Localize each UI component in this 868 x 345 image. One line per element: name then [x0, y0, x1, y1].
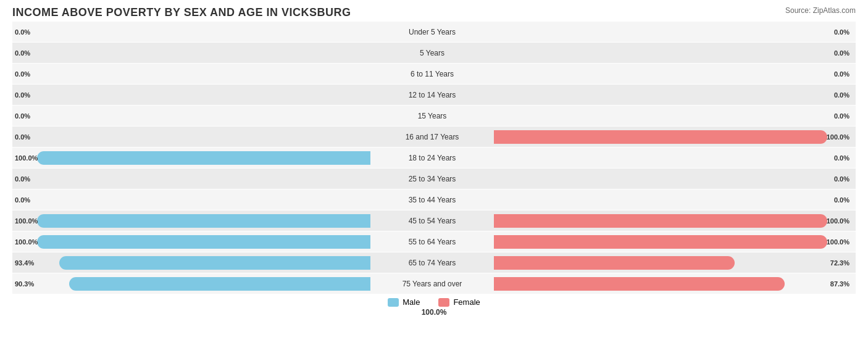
age-label: 5 Years [370, 49, 494, 57]
age-label: 45 to 54 Years [370, 217, 494, 225]
female-bar [494, 214, 827, 228]
right-section: 0.0% [494, 148, 852, 168]
bar-row: 0.0%Under 5 Years0.0% [12, 22, 856, 42]
left-section: 0.0% [12, 43, 370, 63]
bar-row: 0.0%25 to 34 Years0.0% [12, 168, 856, 189]
age-label: 12 to 14 Years [370, 91, 494, 99]
chart-title: INCOME ABOVE POVERTY BY SEX AND AGE IN V… [12, 6, 856, 19]
chart-container: INCOME ABOVE POVERTY BY SEX AND AGE IN V… [0, 0, 868, 345]
legend: Male Female [12, 297, 856, 307]
left-section: 0.0% [12, 106, 370, 126]
female-value-label: 72.3% [830, 259, 849, 267]
age-label: Under 5 Years [370, 28, 494, 36]
bar-row: 0.0%16 and 17 Years100.0% [12, 127, 856, 147]
left-section: 0.0% [12, 64, 370, 84]
left-section: 0.0% [12, 127, 370, 147]
male-value-label: 0.0% [15, 49, 30, 57]
female-value-label: 0.0% [834, 175, 849, 183]
male-value-label: 0.0% [15, 196, 30, 204]
male-value-label: 100.0% [15, 217, 38, 225]
bar-row: 93.4%65 to 74 Years72.3% [12, 252, 856, 273]
male-value-label: 0.0% [15, 91, 30, 99]
bar-row: 0.0%35 to 44 Years0.0% [12, 189, 856, 210]
male-value-label: 0.0% [15, 175, 30, 183]
left-section: 93.4% [12, 252, 370, 273]
legend-male: Male [388, 297, 420, 307]
male-bar [37, 151, 370, 165]
left-section: 0.0% [12, 168, 370, 189]
legend-female: Female [438, 297, 480, 307]
female-value-label: 100.0% [827, 217, 849, 225]
right-section: 0.0% [494, 106, 852, 126]
source-label: Source: ZipAtlas.com [785, 6, 856, 15]
female-value-label: 0.0% [834, 70, 849, 78]
left-section: 90.3% [12, 273, 370, 294]
right-section: 0.0% [494, 189, 852, 210]
right-section: 0.0% [494, 22, 852, 42]
age-label: 65 to 74 Years [370, 259, 494, 267]
bar-row: 0.0%6 to 11 Years0.0% [12, 64, 856, 84]
bottom-value: 100.0% [12, 308, 856, 317]
age-label: 18 to 24 Years [370, 154, 494, 162]
left-section: 0.0% [12, 22, 370, 42]
male-value-label: 93.4% [15, 259, 34, 267]
male-bar [69, 277, 370, 291]
left-section: 100.0% [12, 231, 370, 252]
right-section: 0.0% [494, 64, 852, 84]
age-label: 35 to 44 Years [370, 196, 494, 204]
male-bar [59, 256, 370, 270]
male-value-label: 0.0% [15, 133, 30, 141]
right-section: 87.3% [494, 273, 852, 294]
female-value-label: 0.0% [834, 28, 849, 36]
legend-female-label: Female [453, 297, 480, 307]
left-section: 100.0% [12, 210, 370, 231]
male-value-label: 0.0% [15, 112, 30, 120]
right-section: 100.0% [494, 231, 852, 252]
bar-row: 90.3%75 Years and over87.3% [12, 273, 856, 294]
age-label: 55 to 64 Years [370, 238, 494, 246]
legend-male-label: Male [403, 297, 420, 307]
female-value-label: 0.0% [834, 112, 849, 120]
left-section: 100.0% [12, 148, 370, 168]
female-value-label: 87.3% [830, 280, 849, 288]
male-value-label: 0.0% [15, 70, 30, 78]
female-value-label: 0.0% [834, 154, 849, 162]
female-bar [494, 235, 827, 249]
right-section: 0.0% [494, 85, 852, 105]
male-value-label: 0.0% [15, 28, 30, 36]
right-section: 72.3% [494, 252, 852, 273]
right-section: 100.0% [494, 127, 852, 147]
age-label: 15 Years [370, 112, 494, 120]
right-section: 0.0% [494, 43, 852, 63]
left-section: 0.0% [12, 85, 370, 105]
male-bar [37, 214, 370, 228]
male-bar [37, 235, 370, 249]
age-label: 6 to 11 Years [370, 70, 494, 78]
left-section: 0.0% [12, 189, 370, 210]
female-bar [494, 277, 785, 291]
legend-male-box [388, 298, 399, 307]
age-label: 75 Years and over [370, 280, 494, 288]
bar-row: 100.0%18 to 24 Years0.0% [12, 148, 856, 168]
female-value-label: 100.0% [827, 238, 849, 246]
bar-row: 0.0%12 to 14 Years0.0% [12, 85, 856, 105]
male-value-label: 100.0% [15, 238, 38, 246]
bars-area: 0.0%Under 5 Years0.0%0.0%5 Years0.0%0.0%… [12, 22, 856, 294]
right-section: 0.0% [494, 168, 852, 189]
male-value-label: 90.3% [15, 280, 34, 288]
legend-female-box [438, 298, 449, 307]
bar-row: 0.0%5 Years0.0% [12, 43, 856, 63]
bar-row: 0.0%15 Years0.0% [12, 106, 856, 126]
bar-row: 100.0%55 to 64 Years100.0% [12, 231, 856, 252]
female-bar [494, 130, 827, 144]
female-bar [494, 256, 735, 270]
age-label: 25 to 34 Years [370, 175, 494, 183]
bar-row: 100.0%45 to 54 Years100.0% [12, 210, 856, 231]
female-value-label: 0.0% [834, 196, 849, 204]
female-value-label: 0.0% [834, 49, 849, 57]
right-section: 100.0% [494, 210, 852, 231]
female-value-label: 100.0% [827, 133, 849, 141]
male-value-label: 100.0% [15, 154, 38, 162]
female-value-label: 0.0% [834, 91, 849, 99]
age-label: 16 and 17 Years [370, 133, 494, 141]
